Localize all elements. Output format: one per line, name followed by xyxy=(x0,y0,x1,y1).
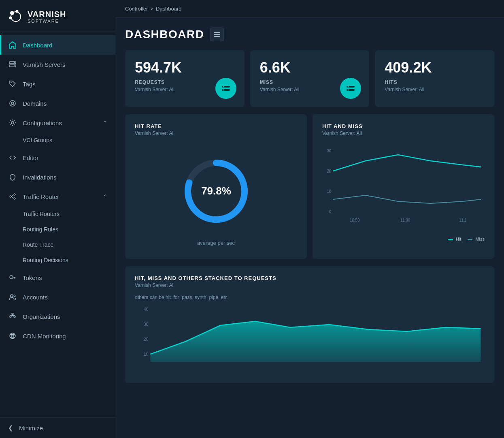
svg-rect-23 xyxy=(214,32,220,33)
sidebar-item-cdn-monitoring-label: CDN Monitoring xyxy=(23,333,66,340)
svg-text:10: 10 xyxy=(327,189,331,194)
sidebar-item-domains[interactable]: Domains xyxy=(0,94,115,113)
svg-point-32 xyxy=(348,86,349,88)
sidebar-item-route-trace[interactable]: Route Trace xyxy=(0,237,115,252)
org-icon xyxy=(8,312,17,321)
chevron-up-icon2: ⌃ xyxy=(103,194,107,199)
hit-rate-subtitle: Varnish Server: All xyxy=(135,130,297,136)
sidebar-item-traffic-router[interactable]: Traffic Router ⌃ xyxy=(0,187,115,206)
minimize-icon: ❮ xyxy=(8,424,13,432)
sidebar-item-dashboard[interactable]: Dashboard xyxy=(0,35,115,55)
sidebar-item-configurations[interactable]: Configurations ⌃ xyxy=(0,113,115,132)
chevron-up-icon: ⌃ xyxy=(103,120,107,126)
breadcrumb: Controller > Dashboard xyxy=(115,0,504,18)
stacked-chart-svg: 40 30 20 10 xyxy=(135,305,485,374)
sidebar-item-varnish-servers-label: Varnish Servers xyxy=(23,61,66,68)
sidebar-item-cdn-monitoring[interactable]: CDN Monitoring xyxy=(0,326,115,346)
breadcrumb-current: Dashboard xyxy=(156,6,182,12)
sidebar-item-organizations[interactable]: Organizations xyxy=(0,307,115,326)
sidebar-item-accounts-label: Accounts xyxy=(23,294,48,301)
requests-value: 594.7K xyxy=(135,59,235,76)
dashboard-menu-button[interactable] xyxy=(210,28,224,41)
miss-icon xyxy=(340,78,361,99)
sidebar-item-routing-rules-label: Routing Rules xyxy=(23,226,58,233)
svg-point-15 xyxy=(10,276,13,279)
sidebar-item-vclgroups[interactable]: VCLGroups xyxy=(0,132,115,148)
svg-point-6 xyxy=(14,62,15,63)
servers-icon xyxy=(8,60,17,69)
stat-card-miss: 6.6K MISS Varnish Server: All xyxy=(250,50,370,107)
donut-chart: 79.8% average per sec xyxy=(135,143,297,250)
hits-sublabel: Varnish Server: All xyxy=(385,87,485,92)
logo-varnish: VARNISH xyxy=(28,10,66,19)
svg-point-33 xyxy=(348,90,349,91)
hits-value: 409.2K xyxy=(385,59,485,76)
globe-icon xyxy=(8,331,17,340)
varnish-logo-icon xyxy=(8,9,23,24)
miss-value: 6.6K xyxy=(260,59,360,76)
svg-text:10: 10 xyxy=(144,352,149,357)
sidebar-item-route-trace-label: Route Trace xyxy=(23,241,53,248)
svg-text:0: 0 xyxy=(329,209,332,214)
svg-point-12 xyxy=(14,194,15,195)
sidebar-item-accounts[interactable]: Accounts xyxy=(0,287,115,307)
svg-point-8 xyxy=(11,82,11,83)
sidebar-item-invalidations-label: Invalidations xyxy=(23,174,56,181)
code-icon xyxy=(8,153,17,162)
home-icon xyxy=(8,41,17,49)
sidebar-item-tokens[interactable]: Tokens xyxy=(0,268,115,287)
sidebar-item-routing-rules[interactable]: Routing Rules xyxy=(0,222,115,237)
sidebar-item-editor-label: Editor xyxy=(23,154,38,161)
main-content: DASHBOARD 594.7K REQUESTS Varnish Server… xyxy=(115,18,504,438)
breadcrumb-separator: > xyxy=(150,6,153,12)
line-chart-area: 30 20 10 0 10:59 11:00 11:1 xyxy=(322,143,485,232)
stacked-chart-subtitle: Varnish Server: All xyxy=(135,282,485,288)
hit-rate-title: HIT RATE xyxy=(135,123,297,129)
minimize-button[interactable]: ❮ Minimize xyxy=(0,417,115,438)
sidebar-item-editor[interactable]: Editor xyxy=(0,148,115,167)
breadcrumb-parent[interactable]: Controller xyxy=(125,6,148,12)
svg-rect-25 xyxy=(214,36,220,37)
logo-area: VARNISH SOFTWARE xyxy=(0,0,115,32)
share-icon xyxy=(8,192,17,201)
stacked-chart-note: others can be hit_for_pass, synth, pipe,… xyxy=(135,295,485,300)
svg-point-7 xyxy=(14,66,15,66)
sidebar-item-traffic-routers[interactable]: Traffic Routers xyxy=(0,206,115,222)
sidebar-item-traffic-router-label: Traffic Router xyxy=(23,193,59,200)
donut-svg: 79.8% xyxy=(176,151,257,232)
svg-point-14 xyxy=(10,196,11,197)
sidebar: VARNISH SOFTWARE Dashboard xyxy=(0,0,115,438)
legend-miss: Miss xyxy=(468,237,485,241)
svg-point-9 xyxy=(10,100,15,106)
sidebar-item-invalidations[interactable]: Invalidations xyxy=(0,167,115,187)
svg-rect-18 xyxy=(12,313,13,314)
stacked-chart-card: HIT, MISS AND OTHERS STACKED TO REQUESTS… xyxy=(125,266,494,383)
at-icon xyxy=(8,99,17,108)
svg-text:30: 30 xyxy=(327,148,331,153)
chart-legend: Hit Miss xyxy=(322,237,485,241)
legend-miss-dot xyxy=(468,239,472,240)
svg-marker-56 xyxy=(150,321,481,362)
sidebar-item-routing-decisions[interactable]: Routing Decisions xyxy=(0,252,115,268)
svg-text:79.8%: 79.8% xyxy=(201,185,231,197)
key-icon xyxy=(8,273,17,282)
sidebar-item-tags[interactable]: Tags xyxy=(0,74,115,94)
sidebar-item-traffic-routers-label: Traffic Routers xyxy=(23,211,60,217)
stacked-chart-area: 40 30 20 10 xyxy=(135,305,485,374)
svg-point-16 xyxy=(11,295,13,297)
sidebar-item-dashboard-label: Dashboard xyxy=(23,42,52,49)
charts-row: HIT RATE Varnish Server: All 79.8% avera… xyxy=(125,114,494,259)
page-header: DASHBOARD xyxy=(125,28,494,41)
svg-text:40: 40 xyxy=(144,307,149,312)
svg-point-29 xyxy=(223,90,224,91)
requests-icon xyxy=(215,78,236,99)
hits-label: HITS xyxy=(385,79,485,85)
svg-text:30: 30 xyxy=(144,322,149,327)
hit-and-miss-card: HIT AND MISS Varnish Server: All 30 20 1… xyxy=(313,114,494,259)
hit-rate-avg-label: average per sec xyxy=(197,240,235,246)
sidebar-item-configurations-label: Configurations xyxy=(23,120,62,126)
sidebar-item-organizations-label: Organizations xyxy=(23,313,60,320)
sidebar-item-routing-decisions-label: Routing Decisions xyxy=(23,257,68,263)
minimize-label: Minimize xyxy=(19,425,43,432)
sidebar-item-varnish-servers[interactable]: Varnish Servers xyxy=(0,55,115,74)
